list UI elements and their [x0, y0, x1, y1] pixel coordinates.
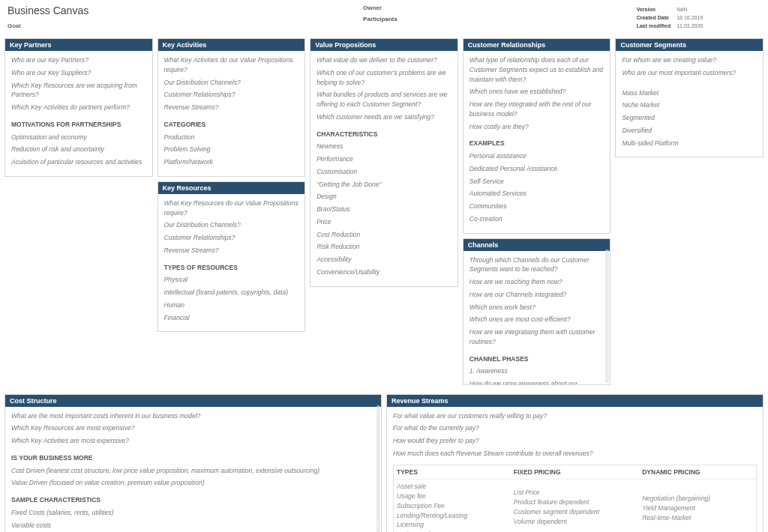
card-body: Who are our Key Partners? Who are our Ke…: [5, 51, 152, 176]
text: What Key Resources do our Value Proposit…: [164, 199, 299, 218]
text: Value Driven (focused on value creation,…: [11, 478, 375, 488]
text: Segmented: [622, 113, 757, 123]
text: Acuisition of particular resources and a…: [11, 157, 146, 167]
card-key-activities: Key Activities What Key Activities do ou…: [158, 38, 306, 177]
text: How are we integratiang them with custom…: [470, 327, 604, 347]
text: Human: [164, 300, 299, 310]
text: How are our Channels integrated?: [470, 290, 604, 300]
modified-label: Last modified: [637, 22, 676, 29]
text: Fixed Costs (salaries, rents, utilities): [11, 508, 375, 518]
text: What value do we deliver to the customer…: [316, 55, 452, 65]
text: What Key Activities do our Value Proposi…: [164, 55, 299, 75]
bottom-row: Cost Structure What are the most importa…: [0, 390, 768, 533]
card-key-resources: Key Resources What Key Resources do our …: [158, 181, 306, 333]
text: How costly are they?: [470, 122, 604, 132]
card-body: What Key Resources do our Value Proposit…: [158, 194, 305, 332]
text: Who are our Key Suppliers?: [11, 68, 146, 78]
text: How are we reaching them now?: [470, 277, 604, 287]
text: Our Distribution Channels?: [164, 220, 299, 230]
col-relationships-channels: Customer Relationships What type of rela…: [463, 38, 611, 385]
goal-label: Goal: [8, 22, 363, 29]
text: Yield Management: [642, 504, 753, 513]
subheading: MOTIVATIONS FOR PARTNERSHIPS: [11, 120, 146, 130]
text: Price: [316, 217, 452, 227]
subheading: EXAMPLES: [470, 139, 604, 148]
col-segments: Customer Segments For whom are we creati…: [615, 38, 764, 385]
text: "Getting the Job Done": [316, 180, 452, 190]
text: Automated Services: [470, 189, 604, 199]
card-body: What Key Activities do our Value Proposi…: [158, 51, 305, 176]
cell: List Price Product feature dependent Cus…: [511, 480, 639, 532]
header: Business Canvas Goal Owner Participants …: [0, 0, 768, 38]
subheading: CHARACTERISTICS: [316, 130, 452, 139]
text: Financial: [164, 313, 299, 323]
header-meta: VersionNaN Created Date18.10.2019 Last m…: [635, 4, 760, 31]
text: How would they prefer to pay?: [393, 436, 757, 446]
text: For what do the currently pay?: [393, 423, 757, 433]
text: Problem Solving: [164, 145, 299, 154]
text: List Price: [514, 488, 636, 498]
text: Licensing: [397, 520, 508, 530]
text: Cost Driven (leanest cost structure, low…: [11, 466, 375, 476]
text: Real-time-Market: [642, 513, 753, 523]
modified-value: 11.03.2020: [676, 22, 707, 29]
card-customer-segments: Customer Segments For whom are we creati…: [615, 38, 764, 157]
text: Through which Channels do our Customer S…: [470, 256, 604, 275]
text: Optimisation and economy: [11, 133, 146, 142]
text: Reduction of risk and uncertainty: [11, 145, 146, 154]
revenue-table: TYPES FIXED PRICING DYNAMIC PRICING Asse…: [393, 465, 757, 533]
text: Performance: [316, 154, 452, 164]
card-title: Customer Segments: [616, 39, 763, 51]
text: Revenue Streams?: [164, 103, 299, 112]
subheading: CHANNEL PHASES: [470, 354, 604, 364]
text: How are they integrated with the rest of…: [470, 100, 604, 119]
subheading: SAMPLE CHARACTERISTICS: [11, 495, 375, 505]
card-key-partners: Key Partners Who are our Key Partners? W…: [4, 38, 153, 177]
text: Accessibility: [316, 255, 452, 265]
text: Our Distribution Channels?: [164, 78, 299, 88]
text: Volume dependent: [514, 517, 636, 527]
text: Newness: [316, 142, 452, 151]
version-value: NaN: [676, 6, 707, 13]
text: Customer Relationships?: [164, 233, 299, 243]
text: Diversified: [622, 126, 757, 136]
text: Customisation: [316, 167, 452, 177]
text: Platform/Network: [164, 157, 299, 167]
card-value-propositions: Value Propositions What value do we deli…: [310, 38, 458, 287]
text: Which one of our customer's problems are…: [316, 68, 452, 88]
text: Revenue Streams?: [164, 246, 299, 256]
owner-label: Owner: [363, 4, 635, 11]
card-body: What value do we deliver to the customer…: [310, 51, 458, 286]
text: Dedicated Personal Assistance: [470, 164, 604, 174]
cell: Negotiation (bargaining) Yield Managemen…: [639, 480, 756, 532]
card-title: Value Propositions: [310, 39, 458, 51]
card-title: Customer Relationships: [464, 39, 610, 51]
subheading: IS YOUR BUSINESS MORE: [11, 453, 375, 463]
subheading: TYPES OF RESOURCES: [164, 263, 299, 273]
text: Which Key Resources are most expensive?: [11, 423, 375, 433]
text: Which Key Resources are we acquiring fro…: [11, 81, 146, 100]
card-body: What type of relationship does each of o…: [464, 51, 610, 233]
col-header: DYNAMIC PRICING: [639, 465, 756, 480]
text: Which customer needs are we satisfying?: [316, 112, 452, 122]
text: Which Key Activities do partners perform…: [11, 103, 146, 112]
text: Who are our most important customers?: [622, 68, 757, 78]
card-title: Key Resources: [158, 182, 305, 194]
header-left: Business Canvas Goal: [8, 4, 363, 31]
text: What type of relationship does each of o…: [470, 55, 604, 84]
card-title: Key Partners: [5, 39, 152, 51]
text: Which Key Activities are most expensive?: [11, 436, 375, 446]
text: Who are our Key Partners?: [11, 55, 146, 65]
card-customer-relationships: Customer Relationships What type of rela…: [463, 38, 611, 234]
text: Personal assistance: [470, 151, 604, 161]
card-body: For whom are we creating value? Who are …: [616, 51, 763, 157]
text: For whom are we creating value?: [622, 55, 757, 65]
card-body: Through which Channels do our Customer S…: [464, 251, 610, 385]
text: Communities: [470, 202, 604, 211]
card-cost-structure: Cost Structure What are the most importa…: [4, 394, 382, 533]
text: 1. Awareness: [470, 366, 604, 376]
text: Convenience/Usability: [316, 267, 452, 277]
text: How much does each Revenue Stream contri…: [393, 449, 757, 459]
text: What are the most important costs inhere…: [11, 411, 375, 421]
cell: Asset sale Usage fee Subscription Fee Le…: [394, 480, 511, 532]
